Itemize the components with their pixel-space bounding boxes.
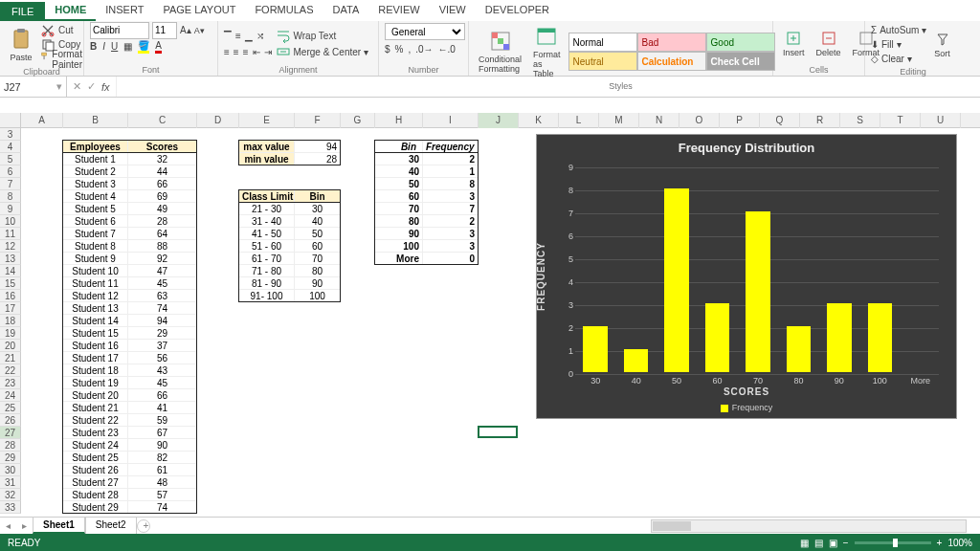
border-button[interactable]: ▦	[123, 41, 132, 52]
cell-I7[interactable]: 8	[423, 178, 479, 190]
col-header-A[interactable]: A	[21, 113, 63, 128]
cell-B29[interactable]: Student 25	[63, 452, 128, 464]
font-color-button[interactable]: A	[155, 40, 162, 54]
col-header-G[interactable]: G	[341, 113, 375, 128]
row-header-13[interactable]: 13	[0, 253, 21, 265]
col-header-E[interactable]: E	[239, 113, 295, 128]
enter-formula-icon[interactable]: ✓	[87, 80, 96, 93]
col-header-K[interactable]: K	[519, 113, 559, 128]
col-header-J[interactable]: J	[479, 113, 519, 128]
cell-B18[interactable]: Student 14	[63, 315, 128, 327]
cell-H6[interactable]: 40	[375, 165, 423, 178]
increase-font-icon[interactable]: A▴	[180, 25, 191, 35]
cell-C7[interactable]: 66	[128, 178, 197, 190]
cell-E13[interactable]: 61 - 70	[239, 253, 295, 265]
cell-C18[interactable]: 94	[128, 315, 197, 327]
view-layout-icon[interactable]: ▤	[814, 538, 823, 548]
cell-C29[interactable]: 82	[128, 452, 197, 464]
cell-B31[interactable]: Student 27	[63, 476, 128, 489]
font-name-input[interactable]	[90, 22, 149, 39]
delete-cells-button[interactable]: Delete	[813, 29, 845, 59]
row-header-29[interactable]: 29	[0, 452, 21, 464]
cell-B22[interactable]: Student 18	[63, 364, 128, 377]
bar-40[interactable]	[624, 349, 648, 372]
row-header-16[interactable]: 16	[0, 290, 21, 302]
select-all-corner[interactable]	[0, 113, 21, 127]
align-left-icon[interactable]: ≡	[224, 47, 230, 57]
style-neutral[interactable]: Neutral	[568, 52, 637, 71]
bar-90[interactable]	[827, 303, 851, 372]
row-header-3[interactable]: 3	[0, 128, 21, 141]
row-header-24[interactable]: 24	[0, 389, 21, 402]
menu-tab-formulas[interactable]: FORMULAS	[245, 0, 323, 21]
cell-B4[interactable]: Employees	[63, 141, 128, 153]
style-calculation[interactable]: Calculation	[637, 52, 706, 71]
sheet-tab-sheet2[interactable]: Sheet2	[85, 517, 137, 534]
zoom-level[interactable]: 100%	[947, 538, 972, 548]
cell-B25[interactable]: Student 21	[63, 402, 128, 414]
cell-F15[interactable]: 90	[295, 277, 341, 290]
cell-H4[interactable]: Bin	[375, 141, 423, 153]
italic-button[interactable]: I	[102, 41, 105, 52]
cell-B7[interactable]: Student 3	[63, 178, 128, 190]
cell-C32[interactable]: 57	[128, 489, 197, 501]
cell-E8[interactable]: Class Limit	[239, 190, 295, 203]
col-header-Q[interactable]: Q	[760, 113, 800, 128]
bar-60[interactable]	[705, 303, 729, 372]
col-header-I[interactable]: I	[423, 113, 479, 128]
menu-tab-developer[interactable]: DEVELOPER	[476, 0, 559, 21]
menu-tab-page-layout[interactable]: PAGE LAYOUT	[153, 0, 245, 21]
cell-C33[interactable]: 74	[128, 501, 197, 514]
cell-B5[interactable]: Student 1	[63, 153, 128, 165]
percent-icon[interactable]: %	[395, 44, 404, 55]
decrease-font-icon[interactable]: A▾	[194, 26, 205, 35]
number-format-select[interactable]: General	[385, 23, 465, 40]
row-header-12[interactable]: 12	[0, 240, 21, 253]
cell-E14[interactable]: 71 - 80	[239, 265, 295, 277]
cell-C24[interactable]: 66	[128, 389, 197, 402]
align-right-icon[interactable]: ≡	[243, 47, 249, 57]
cell-I11[interactable]: 3	[423, 228, 479, 240]
cell-C26[interactable]: 59	[128, 414, 197, 427]
style-normal[interactable]: Normal	[568, 33, 637, 52]
cell-C25[interactable]: 41	[128, 402, 197, 414]
row-header-26[interactable]: 26	[0, 414, 21, 427]
cell-F4[interactable]: 94	[295, 141, 341, 153]
autosum-button[interactable]: Σ AutoSum ▾	[871, 23, 926, 37]
cell-B24[interactable]: Student 20	[63, 389, 128, 402]
cell-H7[interactable]: 50	[375, 178, 423, 190]
cell-I12[interactable]: 3	[423, 240, 479, 253]
cell-B20[interactable]: Student 16	[63, 340, 128, 352]
cell-C27[interactable]: 67	[128, 427, 197, 439]
cell-C28[interactable]: 90	[128, 439, 197, 452]
bar-100[interactable]	[868, 303, 892, 372]
format-painter-button[interactable]: Format Painter	[40, 52, 89, 66]
bar-80[interactable]	[787, 326, 811, 372]
cell-H9[interactable]: 70	[375, 203, 423, 215]
row-header-31[interactable]: 31	[0, 476, 21, 489]
align-top-icon[interactable]: ▔	[224, 31, 232, 41]
row-header-20[interactable]: 20	[0, 340, 21, 352]
row-header-19[interactable]: 19	[0, 327, 21, 340]
cell-I5[interactable]: 2	[423, 153, 479, 165]
cell-C19[interactable]: 29	[128, 327, 197, 340]
cell-C13[interactable]: 92	[128, 253, 197, 265]
cell-H13[interactable]: More	[375, 253, 423, 265]
cell-E11[interactable]: 41 - 50	[239, 228, 295, 240]
col-header-S[interactable]: S	[840, 113, 880, 128]
menu-tab-view[interactable]: VIEW	[430, 0, 476, 21]
wrap-text-button[interactable]: Wrap Text	[276, 29, 369, 43]
bar-30[interactable]	[583, 326, 607, 372]
row-header-10[interactable]: 10	[0, 215, 21, 228]
row-header-18[interactable]: 18	[0, 315, 21, 327]
cell-I9[interactable]: 7	[423, 203, 479, 215]
col-header-D[interactable]: D	[197, 113, 239, 128]
cell-H11[interactable]: 90	[375, 228, 423, 240]
cell-E4[interactable]: max value	[239, 141, 295, 153]
conditional-formatting-button[interactable]: Conditional Formatting	[475, 28, 525, 76]
cell-F14[interactable]: 80	[295, 265, 341, 277]
cell-B11[interactable]: Student 7	[63, 228, 128, 240]
cell-F9[interactable]: 30	[295, 203, 341, 215]
merge-center-button[interactable]: Merge & Center ▾	[276, 45, 369, 59]
bar-70[interactable]	[746, 211, 769, 372]
